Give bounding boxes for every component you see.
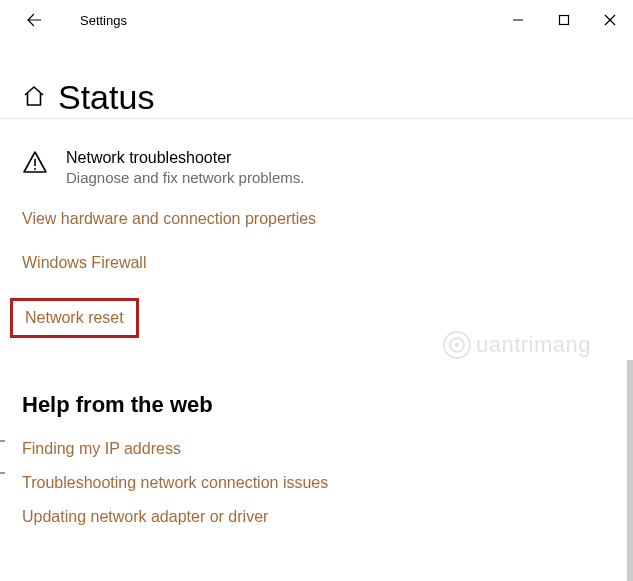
network-troubleshooter-item[interactable]: Network troubleshooter Diagnose and fix … (22, 149, 611, 186)
warning-icon (22, 161, 48, 178)
help-section-title: Help from the web (22, 392, 611, 418)
help-link-troubleshooting[interactable]: Troubleshooting network connection issue… (22, 474, 611, 492)
titlebar: Settings (0, 0, 633, 40)
help-link-ip[interactable]: Finding my IP address (22, 440, 611, 458)
page-title: Status (58, 78, 154, 117)
app-name: Settings (80, 13, 127, 28)
network-reset-highlight: Network reset (10, 298, 139, 338)
svg-rect-1 (560, 16, 569, 25)
close-button[interactable] (587, 0, 633, 40)
help-link-adapter[interactable]: Updating network adapter or driver (22, 508, 611, 526)
troubleshooter-title: Network troubleshooter (66, 149, 611, 167)
svg-point-5 (34, 168, 36, 170)
tick-mark (0, 472, 5, 474)
tick-mark (0, 440, 5, 442)
network-reset-link[interactable]: Network reset (25, 309, 124, 327)
home-icon (22, 84, 46, 112)
windows-firewall-link[interactable]: Windows Firewall (22, 254, 146, 272)
close-icon (604, 14, 616, 26)
scrollbar[interactable] (627, 360, 633, 581)
view-hardware-link[interactable]: View hardware and connection properties (22, 210, 316, 228)
window-controls (495, 0, 633, 40)
content-area: Status Network troubleshooter Diagnose a… (0, 78, 633, 526)
troubleshooter-subtitle: Diagnose and fix network problems. (66, 169, 611, 186)
minimize-icon (512, 14, 524, 26)
maximize-icon (558, 14, 570, 26)
page-header: Status (22, 78, 611, 117)
arrow-left-icon (26, 12, 42, 28)
back-button[interactable] (18, 4, 50, 36)
divider (0, 118, 633, 119)
maximize-button[interactable] (541, 0, 587, 40)
minimize-button[interactable] (495, 0, 541, 40)
